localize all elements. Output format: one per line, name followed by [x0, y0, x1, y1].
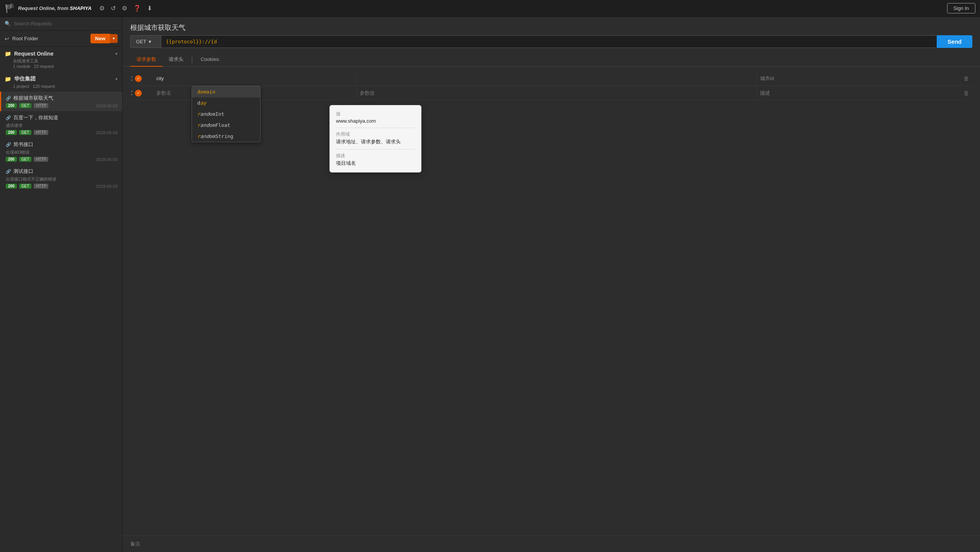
request-date: 2018-06-03	[96, 104, 118, 108]
sort-arrows-icon[interactable]: ▲ ▼	[130, 75, 133, 82]
help-icon[interactable]: ❓	[133, 5, 141, 12]
collection-meta: 在线请求工具 1 module 23 request	[0, 58, 122, 72]
new-button-wrap: New ▾	[90, 34, 118, 43]
autocomplete-item-day[interactable]: day	[192, 97, 260, 108]
param-delete-button-2[interactable]: 🗑	[960, 90, 972, 96]
search-input[interactable]	[14, 21, 118, 26]
signin-button[interactable]: Sign In	[947, 3, 975, 13]
notes-section: 备注	[123, 536, 980, 552]
param-name-input[interactable]	[156, 76, 353, 81]
config-icon[interactable]: ⚙	[122, 5, 127, 12]
param-value-input-2[interactable]	[360, 90, 754, 96]
param-value-input[interactable]	[360, 76, 754, 81]
search-icon: 🔍	[5, 21, 11, 26]
status-badge: 200	[6, 157, 17, 162]
app-title: Request Online, from SHAPIYA	[18, 5, 92, 11]
link-icon: 🔗	[6, 96, 11, 101]
params-section: ▲ ▼ ✓ 城市id 🗑 ▲ ▼	[123, 67, 980, 536]
tooltip-panel: 值 www.shapiya.com 作用域 请求地址、请求参数、请求头 描述 项…	[329, 105, 421, 172]
autocomplete-list: domain day randomInt randomFloat	[192, 86, 261, 142]
collection-huazhu[interactable]: 📁 华住集团 ▾	[0, 72, 122, 83]
autocomplete-item-randomfloat[interactable]: randomFloat	[192, 120, 260, 131]
status-badge: 200	[6, 130, 17, 135]
status-badge: 200	[6, 103, 17, 108]
collection-request-online[interactable]: 📁 Request Online ▾	[0, 47, 122, 58]
request-date: 2018-06-03	[96, 157, 118, 162]
topbar: 🏴 Request Online, from SHAPIYA ⚙ ↺ ⚙ ❓ ⬇…	[0, 0, 980, 17]
param-row: ▲ ▼ ✓ 城市id 🗑	[130, 71, 972, 86]
tab-params[interactable]: 请求参数	[130, 53, 162, 67]
collection-name: Request Online	[14, 51, 112, 57]
param-desc-cell: 城市id	[757, 73, 960, 84]
new-button-dropdown[interactable]: ▾	[110, 34, 118, 43]
chevron-down-icon: ▾	[115, 51, 118, 56]
method-select[interactable]: GET ▾	[130, 35, 161, 48]
new-button[interactable]: New	[90, 34, 110, 43]
request-item[interactable]: 🔗 简书接口 出现403错误 200 GET HTTP 2018-06-03	[0, 138, 122, 165]
download-icon[interactable]: ⬇	[147, 5, 152, 12]
url-bar: GET ▾ Send	[123, 35, 980, 53]
param-name-cell	[153, 73, 356, 84]
search-bar: 🔍	[0, 17, 122, 31]
request-item[interactable]: 🔗 测试接口 出现接口格式不正确的错误 200 GET HTTP 2018-06…	[0, 165, 122, 192]
method-badge: GET	[19, 184, 32, 189]
param-enabled-toggle-2[interactable]: ✓	[135, 90, 142, 97]
request-date: 2018-06-03	[96, 184, 118, 189]
notes-label: 备注	[130, 541, 140, 547]
method-badge: GET	[19, 103, 32, 108]
layout: 🔍 ↩ Root Folder New ▾ 📁 Request Online ▾…	[0, 17, 980, 552]
root-folder-label[interactable]: ↩ Root Folder	[5, 36, 38, 42]
protocol-badge: HTTP	[34, 103, 48, 108]
link-icon-3: 🔗	[6, 142, 11, 147]
autocomplete-item-domain[interactable]: domain	[192, 86, 260, 97]
param-value-cell-2	[356, 88, 757, 98]
param-delete-button[interactable]: 🗑	[960, 75, 972, 82]
link-icon-2: 🔗	[6, 115, 11, 120]
request-item[interactable]: 🔗 根据城市获取天气 200 GET HTTP 2018-06-03	[0, 92, 122, 111]
request-date: 2018-06-03	[96, 130, 118, 135]
settings-icon[interactable]: ⚙	[99, 5, 105, 12]
sidebar: 🔍 ↩ Root Folder New ▾ 📁 Request Online ▾…	[0, 17, 123, 552]
tooltip-scope-row: 作用域 请求地址、请求参数、请求头	[336, 131, 415, 145]
tab-headers[interactable]: 请求头	[162, 53, 190, 67]
tooltip-desc-row: 描述 项目域名	[336, 153, 415, 167]
send-button[interactable]: Send	[937, 35, 972, 48]
app-logo: 🏴 Request Online, from SHAPIYA	[5, 3, 92, 13]
method-badge: GET	[19, 157, 32, 162]
tab-cookies[interactable]: Cookies:	[195, 53, 226, 66]
tabs-bar: 请求参数 请求头 | Cookies:	[123, 53, 980, 67]
param-enabled-toggle[interactable]: ✓	[135, 75, 142, 82]
topbar-right: Sign In	[947, 3, 975, 13]
topbar-icons: ⚙ ↺ ⚙ ❓ ⬇	[99, 5, 947, 12]
tooltip-divider-2	[336, 149, 415, 150]
param-value-cell	[356, 73, 757, 84]
collection-meta-2: 1 project 120 request	[0, 83, 122, 92]
folder-icon: 📁	[5, 51, 11, 57]
autocomplete-dropdown: domain day randomInt randomFloat	[192, 86, 261, 142]
back-arrow-icon: ↩	[5, 36, 9, 42]
refresh-icon[interactable]: ↺	[111, 5, 116, 12]
folder-icon-2: 📁	[5, 76, 11, 82]
chevron-down-icon-method: ▾	[149, 39, 151, 44]
request-item[interactable]: 🔗 百度一下，你就知道 成功请求 200 GET HTTP 2018-06-03	[0, 111, 122, 138]
folder-header: ↩ Root Folder New ▾	[0, 31, 122, 47]
autocomplete-item-randomint[interactable]: randomInt	[192, 108, 260, 120]
url-input[interactable]	[161, 35, 937, 48]
autocomplete-item-randomstring[interactable]: randomString	[192, 131, 260, 142]
protocol-badge: HTTP	[34, 157, 48, 162]
collection-name-2: 华住集团	[14, 76, 112, 82]
method-badge: GET	[19, 130, 32, 135]
protocol-badge: HTTP	[34, 184, 48, 189]
page-title: 根据城市获取天气	[123, 17, 980, 35]
tooltip-divider-1	[336, 128, 415, 128]
status-badge: 200	[6, 184, 17, 189]
row-controls: ▲ ▼ ✓	[130, 75, 153, 82]
row-controls-2: ▲ ▼ ✓	[130, 89, 153, 97]
tooltip-value-row: 值 www.shapiya.com	[336, 111, 415, 124]
link-icon-4: 🔗	[6, 169, 11, 174]
param-desc-cell-2: 描述	[757, 87, 960, 99]
chevron-down-icon-2: ▾	[115, 77, 118, 82]
main-area: 根据城市获取天气 GET ▾ Send 请求参数 请求头 | Cookies: …	[123, 17, 980, 552]
sort-arrows-icon-2[interactable]: ▲ ▼	[130, 89, 133, 97]
protocol-badge: HTTP	[34, 130, 48, 135]
